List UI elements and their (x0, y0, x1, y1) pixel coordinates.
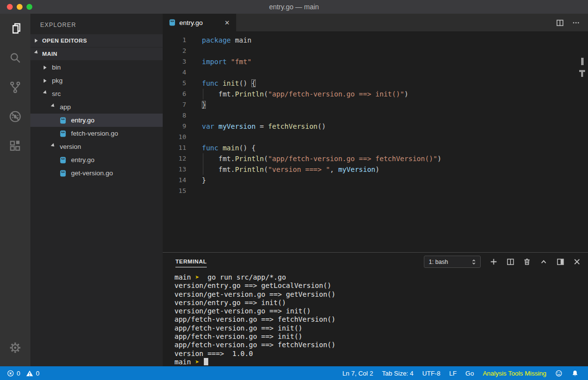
code-editor[interactable]: 1package main23import "fmt"45func init()… (163, 31, 588, 196)
tree-item-entry-go[interactable]: entry.go (30, 153, 163, 166)
status-label: LF (449, 370, 457, 377)
code-line: 13 fmt.Println("version ===> ", myVersio… (163, 164, 588, 175)
status-problems-warnings[interactable]: 0 (24, 366, 41, 380)
code-line: 10 (163, 132, 588, 142)
status-notifications[interactable] (567, 366, 583, 380)
tree-item-entry-go[interactable]: entry.go (30, 114, 163, 127)
terminal-line: main ➤ go run src/app/*.go (174, 273, 588, 282)
terminal-output[interactable]: main ➤ go run src/app/*.goversion/entry.… (163, 271, 588, 366)
line-number: 11 (163, 142, 186, 153)
activity-debug[interactable] (0, 102, 30, 131)
editor-tab-bar: entry.go ✕ (163, 14, 588, 31)
zoom-window-button[interactable] (26, 4, 32, 10)
code-line: 14} (163, 175, 588, 186)
file-tree: binpkgsrcappentry.gofetch-version.govers… (30, 61, 163, 180)
go-file-icon[interactable] (59, 156, 67, 164)
chevron-down-icon (51, 103, 57, 110)
titlebar: entry.go — main (0, 0, 588, 14)
line-number: 3 (163, 56, 186, 67)
tree-item-app[interactable]: app (30, 100, 163, 114)
close-icon[interactable] (573, 258, 581, 266)
tree-item-version[interactable]: version (30, 140, 163, 153)
go-file-icon[interactable] (59, 130, 67, 138)
terminal-selector-value: 1: bash (429, 259, 470, 265)
status-problems-errors[interactable]: 0 (5, 366, 22, 380)
go-file-icon[interactable] (59, 169, 67, 177)
status-analysis-tools-missing[interactable]: Analysis Tools Missing (478, 366, 551, 380)
section-label: MAIN (42, 51, 57, 57)
minimize-window-button[interactable] (17, 4, 23, 10)
tree-item-label: version (60, 143, 81, 150)
status-feedback[interactable] (551, 366, 567, 380)
terminal-tab[interactable]: TERMINAL (175, 259, 207, 267)
main-section-header[interactable]: MAIN (30, 48, 163, 60)
terminal-line: main ➤ (174, 358, 588, 366)
activity-files[interactable] (0, 14, 30, 43)
code-text: var myVersion = fetchVersion() (202, 121, 326, 132)
line-number: 10 (163, 132, 186, 142)
split-editor-icon[interactable] (556, 19, 564, 27)
tree-item-get-version-go[interactable]: get-version.go (30, 166, 163, 180)
status-tab-size[interactable]: Tab Size: 4 (378, 366, 418, 380)
status-cursor-position[interactable]: Ln 7, Col 2 (338, 366, 378, 380)
tab-entry-go[interactable]: entry.go ✕ (163, 14, 236, 31)
panel-position-icon[interactable] (556, 258, 564, 266)
line-number: 15 (163, 186, 186, 196)
code-text: func init() { (202, 78, 256, 89)
chevron-down-icon (51, 143, 57, 149)
close-tab-icon[interactable]: ✕ (223, 18, 231, 27)
activity-settings-gear[interactable] (0, 333, 30, 362)
line-number: 14 (163, 175, 186, 186)
status-label: Tab Size: 4 (382, 370, 414, 377)
tree-item-fetch-version-go[interactable]: fetch-version.go (30, 127, 163, 140)
go-file-icon (169, 19, 176, 26)
go-file-icon[interactable] (59, 117, 67, 124)
close-window-button[interactable] (7, 4, 13, 10)
chevron-down-icon (34, 50, 41, 56)
terminal-line: version/get-version.go ==> init() (174, 307, 588, 315)
code-line: 2 (163, 46, 588, 56)
code-text: } (202, 99, 206, 110)
code-line: 8 (163, 110, 588, 121)
terminal-selector[interactable]: 1: bash (424, 256, 481, 268)
code-line: 3import "fmt" (163, 56, 588, 67)
chevron-up-icon[interactable] (539, 258, 548, 266)
activity-extensions[interactable] (0, 131, 30, 161)
terminal-line: version ===> 1.0.0 (174, 350, 588, 358)
indent-guide (203, 164, 203, 175)
status-encoding[interactable]: UTF-8 (418, 366, 445, 380)
tree-item-label: src (52, 90, 61, 97)
tree-item-src[interactable]: src (30, 87, 163, 100)
tree-item-pkg[interactable]: pkg (30, 74, 163, 87)
status-eol[interactable]: LF (445, 366, 461, 380)
line-number: 5 (163, 78, 186, 89)
code-line: 7} (163, 99, 588, 110)
overview-ruler-mark (581, 58, 584, 65)
split-terminal-icon[interactable] (506, 258, 514, 266)
line-number: 2 (163, 46, 186, 56)
line-number: 12 (163, 153, 186, 164)
terminal-line: app/fetch-version.go ==> fetchVersion() (174, 315, 588, 324)
chevron-down-icon (43, 90, 49, 96)
activity-source-control[interactable] (0, 72, 30, 102)
line-number: 8 (163, 110, 186, 121)
open-editors-section-header[interactable]: OPEN EDITORS (30, 34, 163, 47)
status-language-mode[interactable]: Go (461, 366, 478, 380)
trash-icon[interactable] (523, 258, 531, 266)
terminal-line: version/get-version.go ==> getVersion() (174, 290, 588, 299)
plus-icon[interactable] (490, 258, 498, 266)
warning-icon (26, 370, 33, 377)
line-number: 4 (163, 67, 186, 78)
more-actions-icon[interactable] (572, 19, 580, 27)
window-title: entry.go — main (0, 3, 588, 11)
tree-item-label: get-version.go (71, 169, 113, 177)
feedback-smiley-icon (555, 370, 563, 377)
terminal-line: app/fetch-version.go ==> init() (174, 332, 588, 341)
status-label: UTF-8 (422, 370, 441, 377)
activity-search[interactable] (0, 43, 30, 72)
tree-item-bin[interactable]: bin (30, 61, 163, 74)
tab-label: entry.go (179, 19, 223, 26)
bell-icon (571, 370, 579, 377)
status-label: 0 (36, 370, 39, 377)
tree-item-label: entry.go (71, 117, 95, 124)
